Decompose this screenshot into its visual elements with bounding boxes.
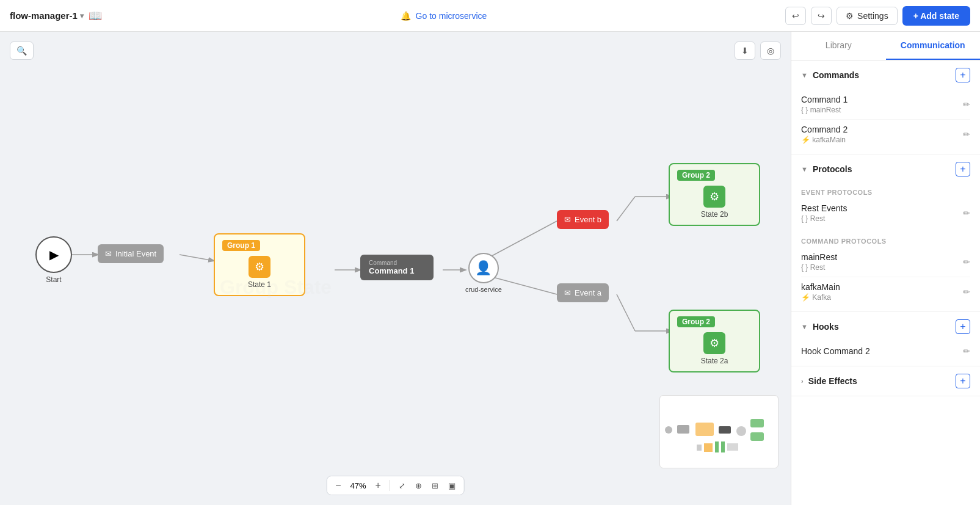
- command1-item-name: Command 1: [801, 95, 848, 104]
- zoom-level: 47%: [347, 481, 369, 490]
- side-effects-chevron: ›: [801, 377, 804, 385]
- go-to-microservice-label: Go to microservice: [416, 11, 487, 21]
- command-prefix: Command: [369, 260, 397, 266]
- protocols-label: Protocols: [813, 164, 852, 174]
- commands-items: Command 1 { } mainRest ✏ Command 2 ⚡ kaf…: [791, 90, 980, 154]
- start-label: Start: [46, 275, 61, 284]
- command2-edit-icon[interactable]: ✏: [963, 129, 970, 139]
- grid-button[interactable]: ⊞: [428, 480, 442, 492]
- protocols-add-button[interactable]: +: [956, 162, 970, 176]
- svg-line-4: [488, 221, 557, 258]
- canvas[interactable]: 🔍 ⬇ ◎: [0, 32, 791, 505]
- main-layout: 🔍 ⬇ ◎: [0, 32, 980, 505]
- svg-rect-15: [719, 426, 731, 434]
- service-node[interactable]: 👤 crud-service: [465, 253, 502, 293]
- main-rest-item: mainRest { } Rest ✏: [801, 247, 970, 277]
- event-a-node[interactable]: ✉ Event a: [557, 283, 609, 302]
- side-effects-add-button[interactable]: +: [956, 374, 970, 388]
- kafka-main-item: kafkaMain ⚡ Kafka ✏: [801, 277, 970, 307]
- initial-event-node[interactable]: ✉ Initial Event: [98, 244, 164, 263]
- hooks-chevron: ▼: [801, 323, 808, 330]
- group2-bottom-box[interactable]: Group 2 ⚙ State 2a: [669, 310, 760, 372]
- panel-tabs: Library Communication: [791, 32, 980, 60]
- svg-rect-19: [697, 445, 702, 451]
- event-b-icon: ✉: [564, 215, 571, 224]
- group2-bottom-node[interactable]: Group 2 ⚙ State 2a: [669, 310, 760, 372]
- command1-item-sub: { } mainRest: [801, 106, 848, 114]
- expand-button[interactable]: ⊕: [412, 480, 426, 492]
- initial-event-box[interactable]: ✉ Initial Event: [98, 244, 164, 263]
- command1-name: Command 1: [369, 266, 414, 275]
- kafka-main-edit-icon[interactable]: ✏: [963, 287, 970, 297]
- go-to-microservice-btn[interactable]: 🔔 Go to microservice: [401, 11, 487, 21]
- microservice-icon: 🔔: [401, 11, 411, 21]
- redo-button[interactable]: ↪: [811, 7, 832, 25]
- group2-top-state-icon: ⚙: [703, 186, 725, 208]
- group2-top-box[interactable]: Group 2 ⚙ State 2b: [669, 163, 760, 226]
- rest-events-edit-icon[interactable]: ✏: [963, 208, 970, 218]
- hook-command2-edit-icon[interactable]: ✏: [963, 346, 970, 356]
- command1-node[interactable]: Command Command 1: [360, 255, 434, 280]
- title-chevron: ▾: [80, 12, 84, 20]
- add-state-button[interactable]: + Add state: [902, 6, 970, 26]
- service-circle[interactable]: 👤: [468, 253, 499, 283]
- event-protocols-items: Rest Events { } Rest ✏: [791, 198, 980, 233]
- event-a-box[interactable]: ✉ Event a: [557, 283, 609, 302]
- command1-edit-icon[interactable]: ✏: [963, 100, 970, 109]
- download-button[interactable]: ⬇: [735, 42, 755, 60]
- hook-command2-item: Hook Command 2 ✏: [801, 341, 970, 361]
- commands-add-button[interactable]: +: [956, 68, 970, 82]
- sidebar-toggle-button[interactable]: ▣: [445, 480, 459, 492]
- main-rest-name: mainRest: [801, 252, 837, 262]
- book-icon[interactable]: 📖: [89, 9, 102, 23]
- commands-section-header[interactable]: ▼ Commands +: [791, 60, 980, 90]
- start-node[interactable]: ▶ Start: [35, 236, 72, 284]
- zoom-in-button[interactable]: +: [372, 479, 385, 492]
- group2-bottom-label: Group 2: [677, 316, 715, 327]
- event-b-label: Event b: [575, 215, 601, 224]
- settings-button[interactable]: ⚙ Settings: [837, 7, 898, 25]
- hooks-add-button[interactable]: +: [956, 319, 970, 334]
- commands-label: Commands: [813, 70, 859, 80]
- service-label: crud-service: [465, 286, 502, 293]
- event-a-label: Event a: [575, 288, 601, 297]
- canvas-toolbar: 🔍: [10, 42, 34, 60]
- command1-item: Command 1 { } mainRest ✏: [801, 90, 970, 120]
- svg-line-10: [617, 294, 635, 331]
- fit-view-button[interactable]: ⤢: [395, 480, 409, 492]
- svg-rect-22: [721, 441, 725, 452]
- tab-communication[interactable]: Communication: [886, 32, 981, 60]
- protocols-section-header[interactable]: ▼ Protocols +: [791, 154, 980, 184]
- canvas-top-right: ⬇ ◎: [735, 42, 781, 60]
- group2-bottom-state-icon: ⚙: [703, 332, 725, 354]
- share-button[interactable]: ◎: [760, 42, 781, 60]
- main-rest-sub: { } Rest: [801, 263, 837, 272]
- zoom-out-button[interactable]: −: [332, 479, 344, 492]
- svg-rect-12: [665, 426, 672, 434]
- mini-map-svg: [660, 396, 779, 468]
- undo-button[interactable]: ↩: [785, 7, 806, 25]
- event-b-node[interactable]: ✉ Event b: [557, 210, 609, 229]
- side-effects-label: Side Effects: [808, 376, 857, 386]
- event-protocols-label: EVENT PROTOCOLS: [791, 184, 980, 198]
- command1-box[interactable]: Command Command 1: [360, 255, 434, 280]
- command-protocols-items: mainRest { } Rest ✏ kafkaMain ⚡ Kafka ✏: [791, 247, 980, 311]
- commands-chevron: ▼: [801, 71, 808, 79]
- initial-event-label: Initial Event: [115, 249, 156, 258]
- group1-state-icon: ⚙: [249, 256, 270, 278]
- command2-item-name: Command 2: [801, 125, 848, 134]
- svg-line-8: [617, 197, 635, 221]
- main-rest-edit-icon[interactable]: ✏: [963, 257, 970, 267]
- topbar-left: flow-manager-1 ▾ 📖: [10, 9, 102, 23]
- canvas-search-button[interactable]: 🔍: [10, 42, 34, 60]
- right-panel: Library Communication ▼ Commands + Comma…: [791, 32, 980, 505]
- start-circle[interactable]: ▶: [35, 236, 72, 273]
- app-title[interactable]: flow-manager-1 ▾: [10, 10, 84, 21]
- group2-top-node[interactable]: Group 2 ⚙ State 2b: [669, 163, 760, 226]
- event-b-box[interactable]: ✉ Event b: [557, 210, 609, 229]
- side-effects-section-header[interactable]: › Side Effects +: [791, 366, 980, 396]
- mini-map: [659, 395, 779, 468]
- hooks-section-header[interactable]: ▼ Hooks +: [791, 312, 980, 341]
- gear-icon: ⚙: [846, 11, 854, 21]
- tab-library[interactable]: Library: [791, 32, 886, 60]
